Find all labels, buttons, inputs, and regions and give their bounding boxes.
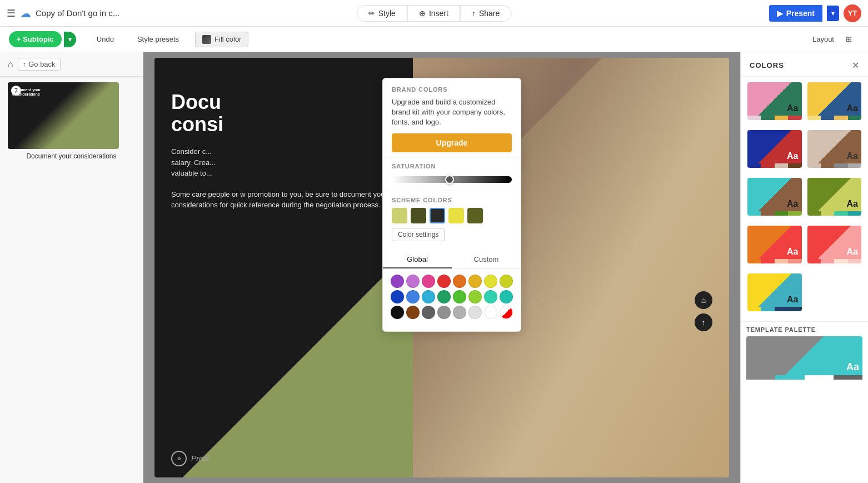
hamburger-icon[interactable]: ☰ (7, 7, 16, 19)
share-button[interactable]: ↑ Share (460, 5, 511, 22)
thumbnail-text: Document yourconsiderations (12, 88, 41, 97)
color-swatch[interactable] (422, 275, 435, 288)
present-button[interactable]: ▶ Present (769, 5, 822, 22)
main-layout: ⌂ ↑ Go back 7 Document yourconsideration… (0, 52, 868, 483)
add-subtopic-container: + Subtopic ▾ (9, 31, 76, 47)
slider-track (392, 176, 512, 183)
tab-custom[interactable]: Custom (452, 251, 521, 268)
color-swatch[interactable] (437, 306, 451, 319)
color-swatch[interactable] (453, 275, 466, 288)
color-settings-button[interactable]: Color settings (392, 228, 445, 241)
arrow-up-icon: ↑ (23, 60, 27, 68)
add-subtopic-dropdown[interactable]: ▾ (64, 32, 76, 47)
color-swatch[interactable] (406, 306, 420, 319)
color-swatch[interactable] (468, 306, 482, 319)
tab-global[interactable]: Global (383, 251, 452, 268)
scheme-swatch[interactable] (411, 208, 426, 223)
color-swatch[interactable] (422, 306, 435, 319)
palette-item[interactable]: Aa (806, 129, 863, 169)
top-bar-center: ✏ Style ⊕ Insert ↑ Share (357, 5, 512, 22)
up-canvas-button[interactable]: ↑ (695, 313, 712, 331)
palette-item[interactable]: Aa (746, 225, 803, 265)
template-palette-item[interactable]: Aa (746, 336, 862, 380)
palette-item[interactable]: Aa (746, 81, 803, 121)
color-swatch[interactable] (406, 290, 420, 303)
play-icon: ▶ (777, 9, 783, 18)
color-swatch[interactable] (437, 290, 451, 303)
palette-item[interactable]: Aa (746, 272, 803, 312)
insert-button[interactable]: ⊕ Insert (407, 5, 460, 22)
scheme-colors-section: SCHEME COLORS Color settings (383, 191, 521, 247)
color-swatch[interactable] (406, 275, 420, 288)
scheme-swatch[interactable] (467, 208, 483, 223)
left-panel: ⌂ ↑ Go back 7 Document yourconsideration… (0, 52, 143, 483)
scheme-swatch[interactable] (430, 208, 445, 223)
left-panel-nav: ⌂ ↑ Go back (0, 52, 143, 77)
color-swatch[interactable] (468, 275, 482, 288)
top-bar: ☰ ☁ Copy of Don't go in c... ✏ Style ⊕ I… (0, 0, 868, 27)
undo-button[interactable]: Undo (89, 32, 121, 47)
slider-thumb[interactable] (445, 175, 454, 184)
scheme-swatch[interactable] (448, 208, 464, 223)
palette-item[interactable]: Aa (806, 81, 863, 121)
home-canvas-button[interactable]: ⌂ (695, 291, 712, 309)
style-button[interactable]: ✏ Style (357, 5, 407, 22)
scheme-swatch[interactable] (392, 208, 407, 223)
color-swatch[interactable] (391, 306, 404, 319)
color-swatch[interactable] (391, 290, 404, 303)
prezi-logo-circle: ✿ (171, 451, 187, 466)
toolbar: + Subtopic ▾ Undo Style presets Fill col… (0, 27, 868, 52)
saturation-slider[interactable] (392, 174, 512, 185)
color-swatch[interactable] (500, 275, 513, 288)
top-bar-left: ☰ ☁ Copy of Don't go in c... (7, 7, 119, 20)
toolbar-right: Layout ⊞ (812, 32, 859, 47)
fill-color-button[interactable]: Fill color (195, 32, 248, 47)
brand-colors-section: BRAND COLORS Upgrade and build a customi… (383, 78, 521, 157)
avatar: YT (844, 4, 861, 22)
brush-icon: ✏ (368, 9, 375, 18)
canvas-area: BRAND COLORS Upgrade and build a customi… (143, 52, 740, 483)
template-palette-section: TEMPLATE PALETTE Aa (741, 321, 868, 384)
saturation-section: SATURATION (383, 157, 521, 191)
scheme-colors-label: SCHEME COLORS (392, 197, 512, 203)
cloud-icon: ☁ (20, 7, 31, 20)
right-panel-header: COLORS ✕ (741, 52, 868, 77)
color-swatch[interactable] (484, 275, 497, 288)
prezi-logo: ✿ Prezi (171, 451, 209, 466)
color-swatch[interactable] (422, 290, 435, 303)
scheme-swatches (392, 208, 512, 223)
palette-item[interactable]: Aa (806, 177, 863, 217)
color-swatch[interactable] (453, 306, 466, 319)
palette-item[interactable]: Aa (806, 225, 863, 265)
palette-item[interactable]: Aa (746, 177, 803, 217)
go-back-button[interactable]: ↑ Go back (18, 58, 61, 71)
color-swatch[interactable] (391, 275, 404, 288)
present-dropdown-button[interactable]: ▾ (827, 6, 839, 21)
color-swatch[interactable] (453, 290, 466, 303)
plus-circle-icon: ⊕ (419, 9, 426, 18)
brand-colors-desc: Upgrade and build a customized brand kit… (392, 97, 512, 128)
colors-panel-title: COLORS (750, 61, 784, 69)
document-title: Copy of Don't go in c... (36, 8, 119, 18)
slide-thumbnail[interactable]: 7 Document yourconsiderations (8, 82, 119, 149)
color-swatch[interactable] (437, 275, 451, 288)
layout-grid-button[interactable]: ⊞ (839, 32, 859, 47)
add-subtopic-button[interactable]: + Subtopic (9, 31, 62, 47)
upload-icon: ↑ (472, 9, 476, 18)
style-presets-button[interactable]: Style presets (130, 32, 186, 47)
color-swatch[interactable] (500, 290, 513, 303)
color-grid (383, 269, 521, 325)
color-swatch[interactable] (484, 290, 497, 303)
home-icon[interactable]: ⌂ (8, 59, 13, 69)
prezi-logo-text: Prezi (191, 454, 209, 463)
palette-item[interactable]: Aa (746, 129, 803, 169)
color-swatch[interactable] (484, 306, 497, 319)
right-panel: COLORS ✕ AaAaAaAaAaAaAaAaAa TEMPLATE PAL… (740, 52, 868, 483)
upgrade-button[interactable]: Upgrade (392, 133, 512, 152)
color-swatch[interactable] (500, 306, 513, 319)
top-bar-right: ▶ Present ▾ YT (769, 4, 861, 22)
color-tabs: Global Custom (383, 251, 521, 269)
fill-color-icon (202, 35, 211, 44)
close-colors-button[interactable]: ✕ (852, 60, 859, 71)
color-swatch[interactable] (468, 290, 482, 303)
